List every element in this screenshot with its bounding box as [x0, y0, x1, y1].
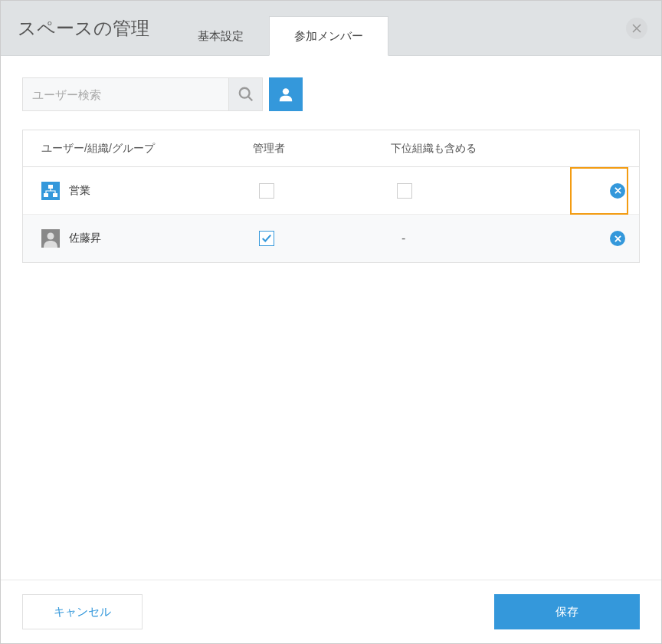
- remove-icon: [614, 187, 621, 194]
- table-row: 営業: [23, 167, 639, 215]
- col-header-admin: 管理者: [253, 142, 391, 156]
- svg-point-5: [48, 233, 54, 240]
- remove-cell: [544, 183, 639, 199]
- dialog-footer: キャンセル 保存: [1, 580, 661, 643]
- tab-label: 基本設定: [198, 29, 244, 44]
- user-search-input[interactable]: [23, 78, 228, 110]
- search-button[interactable]: [228, 78, 262, 110]
- admin-checkbox[interactable]: [259, 183, 274, 199]
- dialog-body: ユーザー/組織/グループ 管理者 下位組織も含める: [1, 56, 661, 580]
- cancel-button[interactable]: キャンセル: [22, 594, 143, 629]
- check-icon: [261, 233, 272, 244]
- svg-rect-2: [48, 185, 53, 189]
- org-picker-button[interactable]: [269, 77, 303, 111]
- search-row: [22, 77, 640, 111]
- member-name: 佐藤昇: [69, 232, 101, 245]
- members-table: ユーザー/組織/グループ 管理者 下位組織も含める: [22, 130, 640, 263]
- button-label: キャンセル: [54, 605, 111, 619]
- admin-checkbox[interactable]: [259, 231, 274, 246]
- space-management-dialog: スペースの管理 基本設定 参加メンバー: [0, 0, 662, 644]
- table-header-row: ユーザー/組織/グループ 管理者 下位組織も含める: [23, 130, 639, 167]
- button-label: 保存: [555, 605, 578, 619]
- svg-point-1: [283, 88, 289, 94]
- search-box: [22, 77, 263, 111]
- col-header-sub: 下位組織も含める: [391, 142, 544, 156]
- member-cell: 営業: [23, 182, 253, 200]
- svg-rect-3: [44, 193, 48, 197]
- sub-cell: -: [391, 232, 544, 245]
- not-applicable-dash: -: [391, 232, 405, 245]
- close-button[interactable]: [626, 18, 647, 39]
- tab-members[interactable]: 参加メンバー: [269, 16, 388, 56]
- table-row: 佐藤昇 -: [23, 215, 639, 262]
- remove-icon: [614, 235, 621, 242]
- dialog-header: スペースの管理 基本設定 参加メンバー: [1, 1, 661, 56]
- svg-rect-4: [53, 193, 57, 197]
- admin-cell: [253, 231, 391, 246]
- tabs: 基本設定 参加メンバー: [172, 1, 388, 55]
- include-sub-checkbox[interactable]: [397, 183, 412, 199]
- user-avatar-icon: [41, 229, 60, 248]
- close-icon: [632, 24, 641, 33]
- dialog-title: スペースの管理: [1, 1, 166, 55]
- member-cell: 佐藤昇: [23, 229, 253, 248]
- remove-button[interactable]: [610, 231, 625, 246]
- col-header-name: ユーザー/組織/グループ: [23, 142, 253, 156]
- remove-cell: [544, 231, 639, 246]
- org-icon: [41, 182, 60, 200]
- svg-point-0: [239, 88, 249, 98]
- tab-basic-settings[interactable]: 基本設定: [172, 16, 269, 56]
- save-button[interactable]: 保存: [494, 594, 640, 629]
- search-icon: [238, 86, 254, 103]
- sub-cell: [391, 183, 544, 199]
- tab-label: 参加メンバー: [294, 29, 363, 44]
- member-name: 営業: [69, 184, 90, 198]
- remove-button[interactable]: [610, 183, 625, 199]
- admin-cell: [253, 183, 391, 199]
- person-icon: [277, 86, 294, 103]
